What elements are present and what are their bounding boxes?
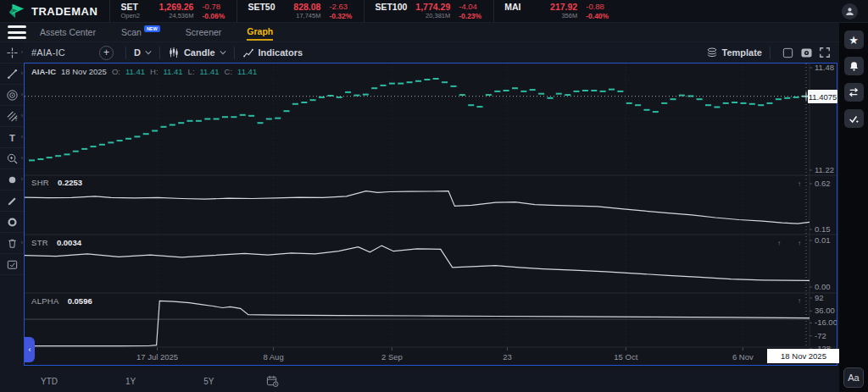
tab-label: Screener <box>186 27 222 37</box>
chevron-right-icon: › <box>21 113 23 119</box>
index-volume: 17,745M <box>284 12 321 20</box>
user-avatar[interactable] <box>842 3 858 19</box>
app-logo[interactable]: TRADEMAN <box>0 0 109 22</box>
tab-graph[interactable]: Graph <box>247 24 273 41</box>
draw-pencil-tool[interactable] <box>0 190 24 212</box>
verify-button[interactable] <box>844 109 864 128</box>
crosshair-tool[interactable]: › <box>0 42 24 63</box>
chart-type-label: Candle <box>184 47 215 58</box>
menu-icon[interactable] <box>8 25 26 39</box>
fib-circles-tool[interactable]: › <box>0 85 24 106</box>
index-mai[interactable]: MAI 217.92 -0.88 356M -0.40% <box>493 0 620 22</box>
svg-text:92: 92 <box>815 293 824 302</box>
chevron-down-icon <box>220 50 226 55</box>
svg-text:-72: -72 <box>815 331 826 340</box>
index-name: SET100 <box>375 2 407 12</box>
index-set[interactable]: SET 1,269.26 -0.78 Open2 24,536M -0.06% <box>109 0 236 22</box>
template-label: Template <box>722 47 762 58</box>
svg-text:T: T <box>9 132 15 142</box>
trend-line-tool[interactable]: › <box>0 63 24 85</box>
range-5y[interactable]: 5Y <box>203 377 214 386</box>
chart-column: #AIA-IC + D Candle <box>24 42 839 370</box>
index-change-pct: -0.06% <box>202 12 225 20</box>
bottom-range-bar: YTD 1Y 5Y <box>0 370 839 392</box>
camera-icon <box>800 47 813 58</box>
trademan-logo-icon <box>7 2 25 20</box>
index-change: -4.04 <box>459 2 481 12</box>
content-row: › › › T › T › › <box>0 42 839 370</box>
index-name: SET50 <box>248 2 275 12</box>
svg-text:23: 23 <box>503 352 512 362</box>
index-change: -0.88 <box>586 2 609 12</box>
target-tool[interactable] <box>0 212 24 233</box>
shapes-tool[interactable]: › <box>0 169 24 190</box>
index-change-pct: -0.32% <box>329 12 352 20</box>
template-button[interactable]: Template <box>706 47 762 58</box>
index-volume: 356M <box>529 12 577 20</box>
svg-text:-16.00: -16.00 <box>815 317 837 327</box>
index-name: SET <box>120 2 140 12</box>
svg-text:8 Aug: 8 Aug <box>263 352 283 362</box>
delete-tool[interactable]: › <box>0 233 24 254</box>
chevron-right-icon: › <box>21 91 23 97</box>
fullscreen-button[interactable] <box>815 44 834 61</box>
chart-canvas[interactable]: 17 Jul 20258 Aug2 Sep2315 Oct6 Nov11.481… <box>25 63 837 365</box>
layers-icon <box>706 47 718 58</box>
indicators-label: Indicators <box>259 47 303 58</box>
chart-type-dropdown[interactable]: Candle <box>168 47 226 58</box>
index-change: -2.63 <box>329 2 352 12</box>
alerts-button[interactable] <box>844 57 864 75</box>
candle-icon <box>168 47 180 58</box>
svg-text:11.48: 11.48 <box>815 63 834 72</box>
index-change: -0.78 <box>202 2 225 12</box>
toolbar-divider <box>234 47 235 59</box>
index-set100[interactable]: SET100 1,774.29 -4.04 20,381M -0.23% <box>364 0 493 22</box>
svg-text:2 Sep: 2 Sep <box>381 352 403 362</box>
collapse-panel-handle[interactable]: ‹ <box>25 337 35 362</box>
interval-dropdown[interactable]: D <box>134 47 152 58</box>
add-symbol-button[interactable]: + <box>99 46 114 60</box>
tab-screener[interactable]: Screener <box>186 25 222 40</box>
symbol-name[interactable]: #AIA-IC <box>24 47 65 58</box>
svg-text:17 Jul 2025: 17 Jul 2025 <box>136 352 178 362</box>
svg-text:0.01: 0.01 <box>815 235 831 245</box>
app-title: TRADEMAN <box>31 5 97 18</box>
snapshot-button[interactable] <box>797 44 815 61</box>
index-set50[interactable]: SET50 828.08 -2.63 17,745M -0.32% <box>236 0 364 22</box>
edit-note-tool[interactable] <box>0 254 24 275</box>
zoom-tool[interactable]: › <box>0 148 24 169</box>
tab-assets-center[interactable]: Assets Center <box>40 25 96 40</box>
index-value: 217.92 <box>529 2 577 12</box>
swap-arrows-icon <box>848 87 860 97</box>
chevron-right-icon: › <box>21 176 23 182</box>
layout-button[interactable] <box>778 44 797 61</box>
svg-text:0.15: 0.15 <box>815 224 831 234</box>
indicators-icon <box>242 47 254 58</box>
range-ytd[interactable]: YTD <box>41 377 58 386</box>
index-session: Open2 <box>120 12 140 20</box>
toolbar-divider <box>125 47 126 59</box>
chevron-right-icon: › <box>21 155 23 161</box>
svg-text:0.00: 0.00 <box>815 282 831 291</box>
top-index-bar: TRADEMAN SET 1,269.26 -0.78 Open2 24,536… <box>0 0 868 23</box>
transfer-button[interactable] <box>844 83 864 102</box>
index-name: MAI <box>504 2 520 12</box>
tab-label: Scan <box>121 27 142 37</box>
text-tool[interactable]: T › <box>0 127 24 148</box>
calendar-range-button[interactable] <box>266 375 279 387</box>
calendar-icon <box>266 375 279 387</box>
indicators-button[interactable]: Indicators <box>242 47 303 58</box>
font-size-button[interactable]: Aa <box>843 367 864 388</box>
index-value: 1,774.29 <box>415 2 450 12</box>
main-nav: Assets Center ScanNEW Screener Graph <box>0 23 868 42</box>
square-layout-icon <box>782 47 794 59</box>
index-session <box>248 12 275 20</box>
pattern-tool[interactable]: T › <box>0 106 24 127</box>
index-volume: 20,381M <box>415 12 450 20</box>
tab-label: Graph <box>247 26 273 36</box>
cursor-date-label: 18 Nov 2025 <box>767 349 840 363</box>
svg-text:11.22: 11.22 <box>815 165 834 174</box>
watchlist-button[interactable]: ★ <box>844 30 864 49</box>
range-1y[interactable]: 1Y <box>125 377 136 386</box>
tab-scan[interactable]: ScanNEW <box>121 25 160 40</box>
